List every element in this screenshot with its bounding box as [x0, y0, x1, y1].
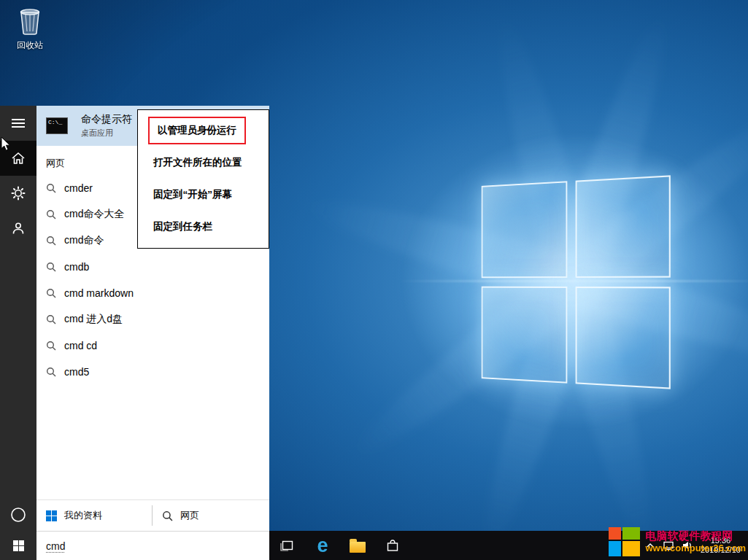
start-button[interactable]	[0, 531, 36, 560]
store-bag-icon	[385, 538, 400, 553]
suggestion-label: cmd5	[64, 366, 89, 378]
taskbar-icons: e	[270, 531, 410, 560]
cortana-circle-icon	[9, 506, 27, 524]
suggestion-label: cmd命令	[64, 234, 104, 247]
search-icon	[46, 341, 56, 351]
watermark-text: 电脑软硬件教程网 www.computer26.com	[646, 529, 747, 554]
search-icon	[46, 262, 56, 272]
windows-logo-icon	[13, 540, 24, 551]
gear-icon	[11, 186, 26, 201]
menu-item-open-file-location[interactable]: 打开文件所在的位置	[138, 147, 269, 179]
top-result-text: 命令提示符 桌面应用	[81, 113, 132, 139]
web-button-label: 网页	[180, 509, 199, 522]
task-view-button[interactable]	[270, 531, 305, 560]
recycle-bin-desktop-icon[interactable]: 回收站	[9, 6, 51, 52]
search-suggestion[interactable]: cmdb	[36, 254, 269, 280]
store-button[interactable]	[375, 531, 410, 560]
edge-icon: e	[317, 536, 328, 556]
search-suggestion[interactable]: cmd cd	[36, 332, 269, 359]
menu-item-pin-to-taskbar[interactable]: 固定到任务栏	[138, 211, 269, 243]
mouse-cursor	[1, 137, 11, 155]
sidebar-settings-button[interactable]	[0, 176, 36, 211]
search-icon	[46, 314, 56, 324]
menu-item-pin-to-start[interactable]: 固定到“开始”屏幕	[138, 179, 269, 211]
suggestion-label: cmd markdown	[64, 287, 134, 299]
edge-browser-button[interactable]: e	[305, 531, 340, 560]
desktop: 回收站 e	[0, 0, 748, 560]
hamburger-menu-button[interactable]	[0, 106, 36, 141]
search-input-value: cmd	[46, 540, 65, 552]
cortana-button[interactable]	[0, 499, 36, 531]
search-icon	[46, 367, 56, 377]
suggestion-label: cmder	[64, 182, 93, 194]
sidebar-spacer	[0, 246, 36, 499]
recycle-bin-label: 回收站	[9, 39, 51, 52]
top-result-subtitle: 桌面应用	[81, 128, 132, 139]
task-view-icon	[280, 539, 295, 552]
my-stuff-label: 我的资料	[64, 509, 102, 522]
windows-flag-icon	[46, 510, 57, 521]
top-result-title: 命令提示符	[81, 113, 132, 126]
site-watermark: 电脑软硬件教程网 www.computer26.com	[609, 527, 747, 556]
hamburger-icon	[12, 118, 25, 128]
suggestion-label: cmdb	[64, 261, 89, 273]
command-prompt-icon: C:\_	[46, 117, 68, 134]
watermark-site-url: www.computer26.com	[646, 542, 747, 554]
search-input[interactable]: cmd	[36, 531, 269, 560]
red-highlight-box: 以管理员身份运行	[148, 117, 246, 144]
file-explorer-icon	[350, 542, 366, 553]
context-menu: 以管理员身份运行 打开文件所在的位置 固定到“开始”屏幕 固定到任务栏	[137, 109, 269, 249]
search-icon	[162, 510, 173, 521]
watermark-logo-icon	[609, 527, 640, 556]
suggestion-label: cmd cd	[64, 340, 97, 351]
suggestion-label: cmd 进入d盘	[64, 313, 123, 326]
web-button[interactable]: 网页	[153, 500, 199, 531]
search-icon	[46, 236, 56, 246]
recycle-bin-icon	[17, 6, 43, 35]
search-icon	[46, 183, 56, 193]
sidebar-feedback-button[interactable]	[0, 211, 36, 246]
menu-item-run-as-admin[interactable]: 以管理员身份运行	[138, 114, 269, 147]
person-icon	[11, 221, 26, 236]
suggestion-label: cmd命令大全	[64, 208, 124, 221]
search-footer: 我的资料 网页	[36, 499, 269, 531]
start-sidebar	[0, 106, 36, 560]
file-explorer-button[interactable]	[340, 531, 375, 560]
search-suggestion[interactable]: cmd markdown	[36, 280, 269, 306]
search-icon	[46, 209, 56, 219]
search-icon	[46, 288, 56, 298]
my-stuff-button[interactable]: 我的资料	[36, 500, 152, 531]
home-icon	[11, 152, 26, 165]
search-suggestion[interactable]: cmd5	[36, 359, 269, 385]
search-suggestion[interactable]: cmd 进入d盘	[36, 306, 269, 332]
watermark-site-name: 电脑软硬件教程网	[646, 529, 747, 542]
